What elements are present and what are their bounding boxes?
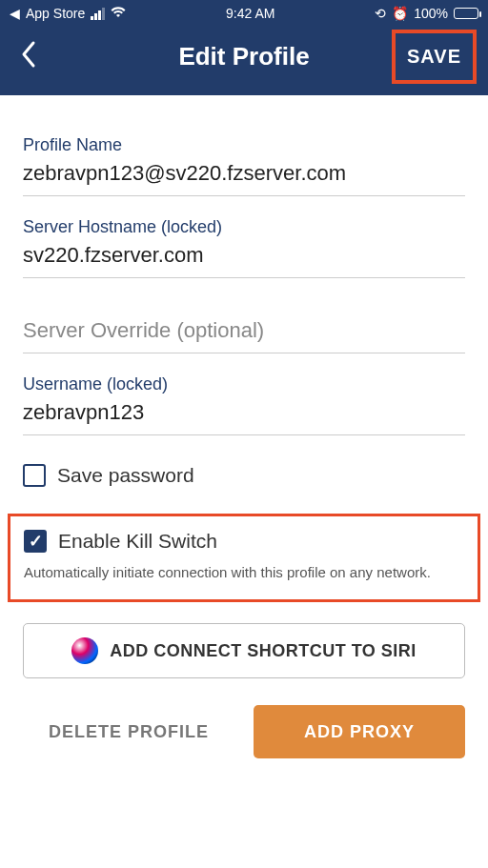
server-hostname-field: Server Hostname (locked) sv220.fzserver.…	[23, 217, 465, 278]
profile-name-label: Profile Name	[23, 135, 465, 155]
siri-button-label: ADD CONNECT SHORTCUT TO SIRI	[110, 641, 417, 661]
battery-icon	[454, 8, 478, 19]
kill-switch-description: Automatically initiate connection with t…	[24, 562, 464, 582]
username-field: Username (locked) zebravpn123	[23, 374, 465, 435]
server-override-input[interactable]: Server Override (optional)	[23, 318, 465, 353]
profile-name-field: Profile Name zebravpn123@sv220.fzserver.…	[23, 135, 465, 196]
username-input: zebravpn123	[23, 400, 465, 435]
status-time: 9:42 AM	[226, 6, 274, 21]
profile-name-input[interactable]: zebravpn123@sv220.fzserver.com	[23, 161, 465, 196]
server-hostname-label: Server Hostname (locked)	[23, 217, 465, 237]
back-to-app-icon[interactable]: ◀	[10, 6, 20, 21]
save-button[interactable]: SAVE	[392, 30, 477, 84]
save-password-row[interactable]: Save password	[23, 464, 465, 487]
bottom-button-row: DELETE PROFILE ADD PROXY	[23, 705, 465, 758]
server-override-field: Server Override (optional)	[23, 318, 465, 353]
kill-switch-label: Enable Kill Switch	[58, 530, 217, 553]
content: Profile Name zebravpn123@sv220.fzserver.…	[0, 95, 488, 758]
kill-switch-checkbox[interactable]	[24, 530, 47, 553]
alarm-icon: ⏰	[392, 6, 408, 21]
kill-switch-row[interactable]: Enable Kill Switch	[24, 530, 464, 553]
wifi-icon	[111, 6, 126, 21]
nav-bar: Edit Profile SAVE	[0, 27, 488, 95]
status-bar: ◀ App Store 9:42 AM ⟲ ⏰ 100%	[0, 0, 488, 27]
save-password-checkbox[interactable]	[23, 464, 46, 487]
server-hostname-input: sv220.fzserver.com	[23, 243, 465, 278]
username-label: Username (locked)	[23, 374, 465, 394]
status-right: ⟲ ⏰ 100%	[375, 6, 478, 21]
save-password-label: Save password	[57, 464, 194, 487]
back-to-app-label[interactable]: App Store	[26, 6, 85, 21]
delete-profile-button[interactable]: DELETE PROFILE	[23, 705, 234, 758]
status-left: ◀ App Store	[10, 6, 126, 21]
battery-percent: 100%	[414, 6, 448, 21]
siri-icon	[71, 637, 98, 664]
add-siri-shortcut-button[interactable]: ADD CONNECT SHORTCUT TO SIRI	[23, 623, 465, 678]
kill-switch-section: Enable Kill Switch Automatically initiat…	[8, 514, 480, 602]
chevron-left-icon	[19, 40, 36, 69]
back-button[interactable]	[11, 40, 44, 73]
add-proxy-button[interactable]: ADD PROXY	[254, 705, 465, 758]
cellular-signal-icon	[91, 8, 105, 20]
orientation-lock-icon: ⟲	[375, 6, 386, 21]
